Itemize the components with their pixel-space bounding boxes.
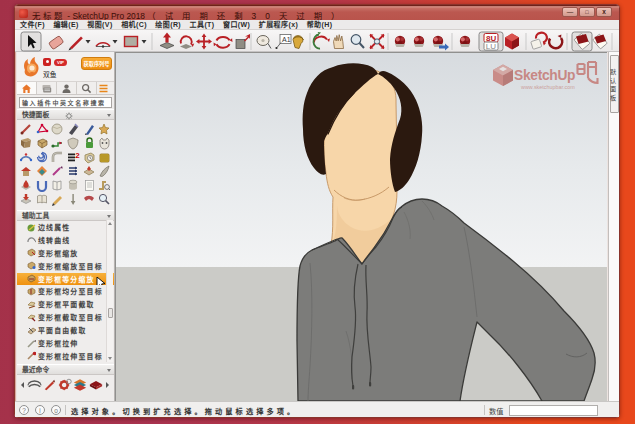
svg-text:LU: LU: [486, 42, 496, 51]
svg-text:www.sketchupbar.com: www.sketchupbar.com: [520, 84, 575, 90]
svg-text:A1: A1: [282, 36, 291, 43]
svg-text:SketchUp: SketchUp: [514, 68, 575, 83]
svg-text:2: 2: [75, 151, 80, 160]
